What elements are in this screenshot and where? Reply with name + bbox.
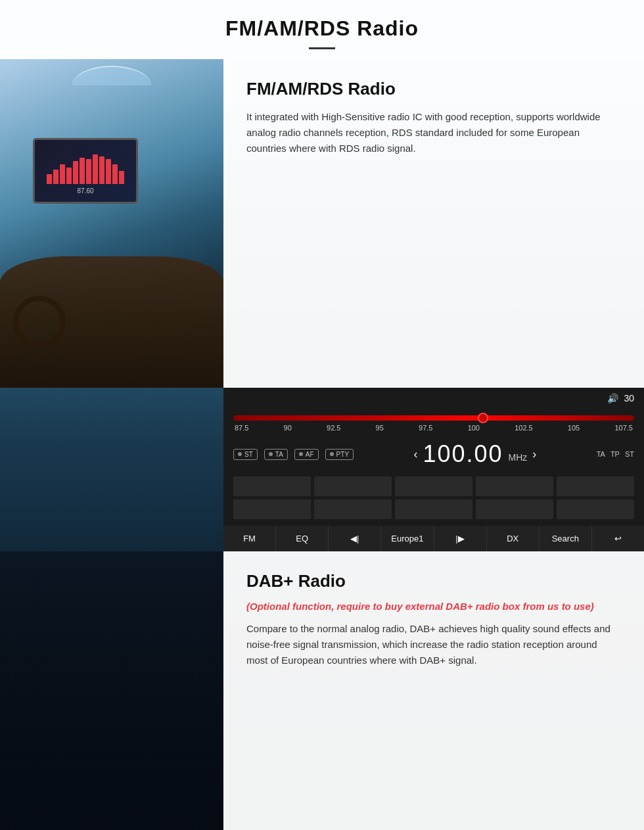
back-button[interactable]: ↩ [592, 526, 644, 551]
radio-right-badges: TA TP ST [597, 450, 634, 458]
eq-button[interactable]: EQ [276, 526, 329, 551]
dx-button[interactable]: DX [487, 526, 540, 551]
frequency-bars [43, 148, 127, 187]
preset-row-1 [223, 473, 644, 499]
europe1-button[interactable]: Europe1 [381, 526, 434, 551]
fm-title: FM/AM/RDS Radio [246, 79, 621, 99]
dab-section: DAB+ Radio (Optional function, require t… [0, 551, 644, 830]
fm-content-panel: FM/AM/RDS Radio It integrated with High-… [223, 59, 644, 388]
radio-ui-screenshot: 🔊 30 87.5 90 92.5 95 97.5 100 102.5 105 … [223, 388, 644, 551]
badge-pty[interactable]: PTY [325, 449, 354, 460]
preset-5[interactable] [557, 476, 634, 496]
preset-3[interactable] [395, 476, 472, 496]
car-freq-display: 87.60 [43, 187, 127, 195]
radio-controls: ST TA AF PTY ‹ 100.00 MHz › TA TP ST [223, 435, 644, 473]
next-button[interactable]: |▶ [434, 526, 487, 551]
volume-level: 30 [624, 393, 634, 403]
badge-ta[interactable]: TA [264, 449, 288, 460]
title-divider [309, 47, 335, 49]
preset-1[interactable] [233, 476, 311, 496]
freq-slider-track[interactable] [233, 415, 634, 421]
freq-slider-container: 87.5 90 92.5 95 97.5 100 102.5 105 107.5 [223, 409, 644, 435]
badge-st[interactable]: ST [233, 449, 258, 460]
dab-description: Compare to the normal analog radio, DAB+… [246, 621, 621, 668]
search-button[interactable]: Search [540, 526, 592, 551]
freq-up-arrow[interactable]: › [532, 448, 536, 461]
freq-down-arrow[interactable]: ‹ [413, 448, 417, 461]
title-bar: FM/AM/RDS Radio [0, 0, 644, 59]
preset-7[interactable] [314, 499, 392, 519]
freq-labels: 87.5 90 92.5 95 97.5 100 102.5 105 107.5 [233, 424, 634, 432]
prev-button[interactable]: ◀| [329, 526, 381, 551]
preset-2[interactable] [314, 476, 392, 496]
dab-left-panel [0, 551, 223, 830]
fm-section: 87.60 FM/AM/RDS Radio It integrated with… [0, 59, 644, 388]
freq-slider-thumb[interactable] [478, 413, 488, 423]
radio-bottom-bar: FM EQ ◀| Europe1 |▶ DX Search ↩ [223, 526, 644, 551]
dab-content-panel: DAB+ Radio (Optional function, require t… [223, 551, 644, 830]
car-screen: 87.60 [33, 138, 138, 204]
preset-row-2 [223, 499, 644, 526]
page-title: FM/AM/RDS Radio [13, 16, 631, 41]
radio-volume-header: 🔊 30 [223, 388, 644, 409]
freq-number: 100.00 [423, 440, 503, 468]
freq-display: ‹ 100.00 MHz › [360, 440, 590, 468]
preset-8[interactable] [395, 499, 472, 519]
badge-af[interactable]: AF [294, 449, 319, 460]
preset-9[interactable] [476, 499, 553, 519]
dab-optional-note: (Optional function, require to buy exter… [246, 599, 621, 613]
car-panel-fm: 87.60 [0, 59, 223, 388]
preset-10[interactable] [557, 499, 634, 519]
freq-unit: MHz [509, 452, 528, 463]
volume-icon: 🔊 [607, 393, 618, 403]
fm-button[interactable]: FM [223, 526, 276, 551]
fm-description: It integrated with High-Sensitive radio … [246, 109, 621, 156]
preset-4[interactable] [476, 476, 553, 496]
preset-6[interactable] [233, 499, 311, 519]
dab-title: DAB+ Radio [246, 571, 621, 591]
